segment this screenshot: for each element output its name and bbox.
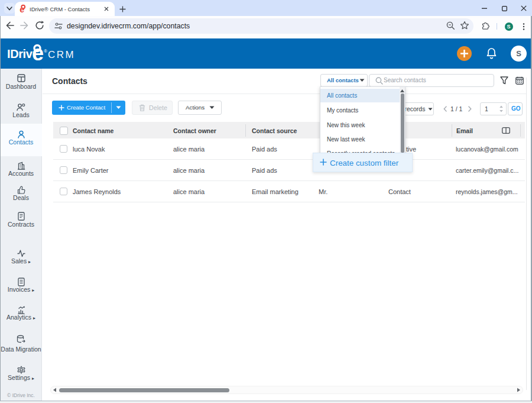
svg-text:IDriv: IDriv [7,47,33,60]
svg-text:®: ® [44,49,47,54]
svg-text:CRM: CRM [48,49,75,60]
svg-text:e: e [20,5,24,13]
